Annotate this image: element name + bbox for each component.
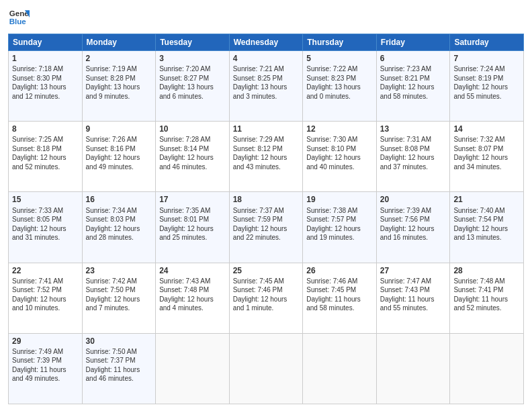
sunrise-text: Sunrise: 7:29 AM: [233, 136, 284, 143]
daylight-text: Daylight: 11 hours and 58 minutes.: [306, 295, 361, 312]
calendar-cell: [303, 333, 377, 404]
calendar-cell: 16Sunrise: 7:34 AMSunset: 8:03 PMDayligh…: [82, 192, 156, 263]
sunset-text: Sunset: 7:56 PM: [380, 216, 430, 223]
week-row: 29Sunrise: 7:49 AMSunset: 7:39 PMDayligh…: [9, 333, 524, 404]
daylight-text: Daylight: 11 hours and 52 minutes.: [453, 295, 508, 312]
day-number: 26: [306, 265, 373, 276]
calendar-cell: 19Sunrise: 7:38 AMSunset: 7:57 PMDayligh…: [303, 192, 377, 263]
day-number: 25: [233, 265, 300, 276]
calendar-cell: 22Sunrise: 7:41 AMSunset: 7:52 PMDayligh…: [9, 263, 83, 333]
calendar-cell: 27Sunrise: 7:47 AMSunset: 7:43 PMDayligh…: [376, 263, 450, 333]
day-number: 9: [86, 124, 152, 134]
sunrise-text: Sunrise: 7:20 AM: [159, 65, 210, 73]
day-number: 16: [86, 194, 152, 205]
daylight-text: Daylight: 12 hours and 4 minutes.: [159, 295, 214, 312]
sunrise-text: Sunrise: 7:31 AM: [380, 136, 431, 143]
calendar-cell: 12Sunrise: 7:30 AMSunset: 8:10 PMDayligh…: [303, 122, 377, 192]
sunset-text: Sunset: 7:39 PM: [12, 357, 62, 364]
sunset-text: Sunset: 8:25 PM: [233, 75, 283, 82]
calendar-cell: 8Sunrise: 7:25 AMSunset: 8:18 PMDaylight…: [9, 122, 83, 192]
day-number: 19: [306, 194, 373, 205]
daylight-text: Daylight: 11 hours and 46 minutes.: [86, 366, 140, 383]
day-number: 28: [453, 265, 520, 276]
daylight-text: Daylight: 12 hours and 34 minutes.: [453, 154, 508, 171]
sunset-text: Sunset: 7:50 PM: [86, 286, 136, 293]
sunrise-text: Sunrise: 7:37 AM: [233, 207, 284, 214]
sunrise-text: Sunrise: 7:24 AM: [453, 65, 504, 73]
sunrise-text: Sunrise: 7:47 AM: [380, 277, 431, 285]
calendar-cell: 23Sunrise: 7:42 AMSunset: 7:50 PMDayligh…: [82, 263, 156, 333]
sunrise-text: Sunrise: 7:30 AM: [306, 136, 357, 143]
week-row: 22Sunrise: 7:41 AMSunset: 7:52 PMDayligh…: [9, 263, 524, 333]
daylight-text: Daylight: 12 hours and 25 minutes.: [159, 225, 214, 242]
daylight-text: Daylight: 12 hours and 49 minutes.: [86, 154, 140, 171]
daylight-text: Daylight: 12 hours and 16 minutes.: [380, 225, 435, 242]
day-number: 8: [12, 124, 79, 134]
day-number: 21: [453, 194, 520, 205]
calendar-cell: 1Sunrise: 7:18 AMSunset: 8:30 PMDaylight…: [9, 51, 83, 122]
sunset-text: Sunset: 8:03 PM: [86, 216, 136, 223]
sunrise-text: Sunrise: 7:40 AM: [453, 207, 504, 214]
calendar-cell: 26Sunrise: 7:46 AMSunset: 7:45 PMDayligh…: [303, 263, 377, 333]
daylight-text: Daylight: 12 hours and 46 minutes.: [159, 154, 214, 171]
day-number: 30: [86, 336, 152, 347]
sunset-text: Sunset: 7:37 PM: [86, 357, 136, 364]
sunset-text: Sunset: 7:46 PM: [233, 286, 283, 293]
daylight-text: Daylight: 11 hours and 55 minutes.: [380, 295, 435, 312]
sunset-text: Sunset: 8:30 PM: [12, 75, 62, 82]
calendar-cell: 11Sunrise: 7:29 AMSunset: 8:12 PMDayligh…: [229, 122, 303, 192]
day-number: 27: [380, 265, 447, 276]
day-number: 3: [159, 53, 226, 64]
sunrise-text: Sunrise: 7:19 AM: [86, 65, 137, 73]
sunset-text: Sunset: 8:19 PM: [453, 75, 503, 82]
day-number: 20: [380, 194, 447, 205]
sunset-text: Sunset: 8:12 PM: [233, 145, 283, 152]
sunrise-text: Sunrise: 7:50 AM: [86, 348, 137, 355]
header-day: Thursday: [303, 34, 377, 51]
calendar-cell: 18Sunrise: 7:37 AMSunset: 7:59 PMDayligh…: [229, 192, 303, 263]
sunrise-text: Sunrise: 7:28 AM: [159, 136, 210, 143]
sunrise-text: Sunrise: 7:25 AM: [12, 136, 63, 143]
sunset-text: Sunset: 8:01 PM: [159, 216, 209, 223]
sunset-text: Sunset: 7:48 PM: [159, 286, 209, 293]
header: General Blue: [8, 7, 524, 28]
day-number: 18: [233, 194, 300, 205]
daylight-text: Daylight: 12 hours and 7 minutes.: [86, 295, 140, 312]
calendar-cell: 7Sunrise: 7:24 AMSunset: 8:19 PMDaylight…: [450, 51, 524, 122]
daylight-text: Daylight: 13 hours and 9 minutes.: [86, 83, 140, 100]
sunset-text: Sunset: 8:21 PM: [380, 75, 430, 82]
sunset-text: Sunset: 7:59 PM: [233, 216, 283, 223]
sunset-text: Sunset: 8:23 PM: [306, 75, 356, 82]
header-day: Saturday: [450, 34, 524, 51]
daylight-text: Daylight: 13 hours and 3 minutes.: [233, 83, 287, 100]
day-number: 17: [159, 194, 226, 205]
calendar-cell: 6Sunrise: 7:23 AMSunset: 8:21 PMDaylight…: [376, 51, 450, 122]
calendar-cell: 5Sunrise: 7:22 AMSunset: 8:23 PMDaylight…: [303, 51, 377, 122]
calendar-cell: [229, 333, 303, 404]
sunset-text: Sunset: 7:54 PM: [453, 216, 503, 223]
calendar-cell: [156, 333, 230, 404]
daylight-text: Daylight: 12 hours and 58 minutes.: [380, 83, 435, 100]
sunset-text: Sunset: 7:41 PM: [453, 286, 503, 293]
day-number: 13: [380, 124, 447, 134]
week-row: 1Sunrise: 7:18 AMSunset: 8:30 PMDaylight…: [9, 51, 524, 122]
sunset-text: Sunset: 7:52 PM: [12, 286, 62, 293]
logo: General Blue: [8, 7, 31, 28]
sunrise-text: Sunrise: 7:46 AM: [306, 277, 357, 285]
sunrise-text: Sunrise: 7:43 AM: [159, 277, 210, 285]
daylight-text: Daylight: 12 hours and 52 minutes.: [12, 154, 66, 171]
logo-icon: General Blue: [8, 7, 30, 28]
daylight-text: Daylight: 12 hours and 37 minutes.: [380, 154, 435, 171]
header-day: Wednesday: [229, 34, 303, 51]
calendar-cell: 21Sunrise: 7:40 AMSunset: 7:54 PMDayligh…: [450, 192, 524, 263]
daylight-text: Daylight: 13 hours and 6 minutes.: [159, 83, 214, 100]
day-number: 24: [159, 265, 226, 276]
week-row: 8Sunrise: 7:25 AMSunset: 8:18 PMDaylight…: [9, 122, 524, 192]
calendar-cell: 9Sunrise: 7:26 AMSunset: 8:16 PMDaylight…: [82, 122, 156, 192]
sunrise-text: Sunrise: 7:23 AM: [380, 65, 431, 73]
calendar-cell: 30Sunrise: 7:50 AMSunset: 7:37 PMDayligh…: [82, 333, 156, 404]
day-number: 1: [12, 53, 79, 64]
sunrise-text: Sunrise: 7:49 AM: [12, 348, 63, 355]
calendar-cell: 14Sunrise: 7:32 AMSunset: 8:07 PMDayligh…: [450, 122, 524, 192]
daylight-text: Daylight: 12 hours and 19 minutes.: [306, 225, 361, 242]
